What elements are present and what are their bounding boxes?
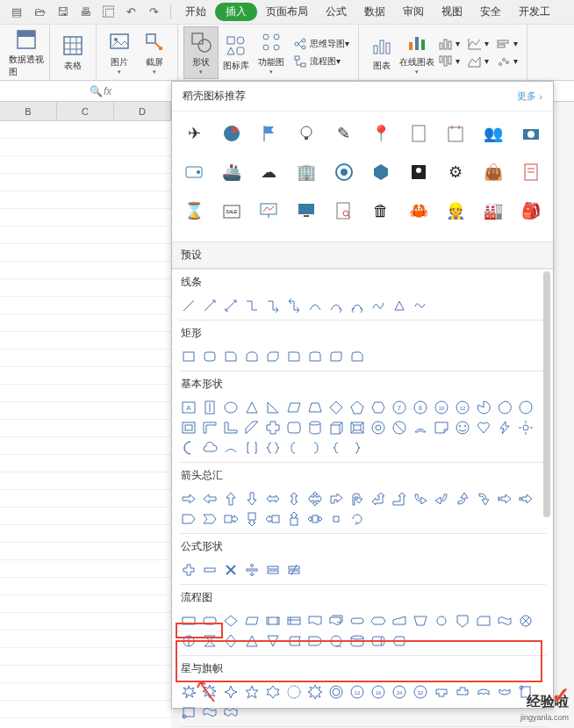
heart-shape[interactable] [474, 419, 492, 436]
chart-mini-2[interactable]: ▾ [438, 53, 460, 70]
fc-decision-shape[interactable] [221, 612, 240, 630]
tab-insert[interactable]: 插入 [215, 3, 257, 21]
arrow-chevron-shape[interactable] [200, 510, 219, 528]
rightbrace-shape[interactable] [348, 439, 366, 457]
teardrop-shape[interactable] [516, 399, 535, 416]
hexagon-shape[interactable] [369, 399, 387, 416]
curve-double-shape[interactable] [348, 297, 366, 314]
chart-mini-5[interactable]: ▾ [496, 35, 518, 53]
undo-icon[interactable]: ↶ [122, 4, 140, 21]
memo-icon[interactable] [516, 157, 546, 187]
screenshot-button[interactable]: 截屏▾ [137, 26, 172, 79]
fc-merge-shape[interactable] [263, 632, 282, 650]
lshape-shape[interactable] [221, 419, 240, 436]
vtextbox-shape[interactable] [200, 399, 219, 416]
bevel-shape[interactable] [348, 419, 366, 436]
brace-shape[interactable] [263, 439, 282, 457]
fc-card-shape[interactable] [474, 612, 492, 630]
camera-icon[interactable] [516, 119, 546, 148]
fc-offpage-shape[interactable] [453, 612, 471, 630]
dodecagon-shape[interactable]: 12 [453, 399, 471, 416]
leftbracket-shape[interactable] [284, 439, 303, 457]
flag-icon[interactable] [254, 119, 283, 148]
arrow-leftright-shape[interactable] [263, 490, 282, 508]
round-rect-shape[interactable] [200, 348, 219, 365]
worker-icon[interactable]: 👷 [441, 196, 470, 226]
wallet-icon[interactable] [179, 157, 209, 187]
arrow-pentagon-shape[interactable] [179, 510, 197, 528]
arrow-uturn-shape[interactable] [348, 490, 366, 508]
redo-icon[interactable]: ↷ [145, 4, 162, 21]
tab-formula[interactable]: 公式 [317, 4, 355, 19]
tab-start[interactable]: 开始 [176, 4, 215, 19]
plus-shape[interactable] [179, 561, 197, 579]
arrow-bentup-shape[interactable] [390, 490, 408, 508]
moon-shape[interactable] [179, 439, 197, 457]
building-icon[interactable]: 🏢 [291, 157, 321, 187]
piechart-icon[interactable] [217, 119, 247, 148]
star32-shape[interactable]: 32 [411, 683, 429, 701]
table-button[interactable]: 表格 [55, 26, 90, 79]
cube-shape[interactable] [326, 419, 345, 436]
fc-display-shape[interactable] [390, 632, 408, 650]
round2-rect-shape[interactable] [305, 348, 324, 365]
fc-storeddata-shape[interactable] [284, 632, 303, 650]
bag-icon[interactable]: 👜 [478, 157, 508, 187]
flowchart-button[interactable]: 流程图 ▾ [292, 53, 349, 70]
fc-connector-shape[interactable] [432, 612, 450, 630]
menu-icon[interactable]: ▤ [8, 4, 25, 21]
halfframe-shape[interactable] [200, 419, 219, 436]
star24-shape[interactable]: 24 [390, 683, 408, 701]
scribble-shape[interactable] [411, 297, 429, 314]
parallelogram-shape[interactable] [284, 399, 303, 416]
arrow-circular-shape[interactable] [348, 510, 366, 528]
sheet-cells[interactable] [0, 121, 171, 728]
print-icon[interactable]: 🖶 [76, 4, 94, 21]
screen-icon[interactable] [291, 196, 321, 226]
panel-scrollbar[interactable] [542, 271, 551, 640]
picture-button[interactable]: 图片▾ [102, 26, 137, 79]
arrow-callout-lr-shape[interactable] [305, 510, 324, 528]
col-b[interactable]: B [0, 102, 57, 120]
diagstripe-shape[interactable] [242, 419, 261, 436]
snip-diag-rect-shape[interactable] [263, 348, 282, 365]
crab-icon[interactable]: 🦀 [404, 196, 434, 226]
decagon-shape[interactable]: 10 [432, 399, 450, 416]
plaque-shape[interactable] [284, 419, 303, 436]
fc-data-shape[interactable] [242, 612, 261, 630]
note-icon[interactable] [441, 119, 470, 148]
octagon-shape[interactable]: 8 [411, 399, 429, 416]
star5-shape[interactable] [242, 683, 261, 701]
blockarc-shape[interactable] [411, 419, 429, 436]
curve-shape[interactable] [305, 297, 324, 314]
bracket-shape[interactable] [242, 439, 261, 457]
arrow-striped-shape[interactable] [495, 490, 513, 508]
leftbrace-shape[interactable] [326, 439, 345, 457]
arrow-down-shape[interactable] [242, 490, 261, 508]
chart-button[interactable]: 图表 [364, 26, 399, 79]
ribbon-up-shape[interactable] [432, 683, 450, 701]
online-chart-button[interactable]: 在线图表▾ [399, 26, 434, 79]
can-shape[interactable] [305, 419, 324, 436]
chart-mini-6[interactable]: ▾ [496, 53, 518, 70]
fc-or-shape[interactable] [179, 632, 197, 650]
wave-shape[interactable] [200, 703, 219, 721]
line-shape[interactable] [179, 297, 197, 314]
star4-shape[interactable] [221, 683, 240, 701]
elbow-arrow-shape[interactable] [263, 297, 282, 314]
divide-shape[interactable] [242, 561, 261, 579]
noentry-shape[interactable] [390, 419, 408, 436]
arrow-up-shape[interactable] [221, 490, 240, 508]
search-doc-icon[interactable] [329, 196, 359, 226]
elbow-shape[interactable] [242, 297, 261, 314]
triangle-shape[interactable] [242, 399, 261, 416]
fc-magdisk-shape[interactable] [348, 632, 366, 650]
preview-icon[interactable]: ⿸ [99, 4, 117, 21]
fc-preparation-shape[interactable] [369, 612, 387, 630]
save-icon[interactable]: 🖫 [54, 4, 71, 21]
rightbracket-shape[interactable] [305, 439, 324, 457]
fc-collate-shape[interactable] [200, 632, 219, 650]
star10-shape[interactable] [326, 683, 345, 701]
target-icon[interactable] [329, 157, 359, 187]
chart-mini-3[interactable]: ▾ [467, 35, 489, 53]
